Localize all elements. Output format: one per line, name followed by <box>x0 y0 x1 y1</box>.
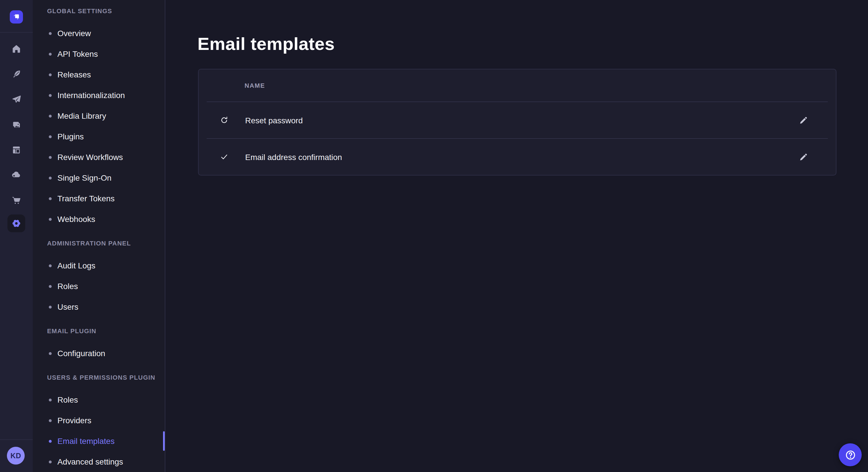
subnav-item-label: API Tokens <box>57 49 98 59</box>
subnav-section: ADMINISTRATION PANELAudit LogsRolesUsers <box>33 237 165 317</box>
subnav-item-label: Plugins <box>57 132 84 141</box>
page-title: Email templates <box>197 34 335 55</box>
app-window: KD GLOBAL SETTINGSOverviewAPI TokensRele… <box>0 0 868 472</box>
subnav-item-single-sign-on[interactable]: Single Sign-On <box>33 167 165 188</box>
subnav-item-label: Releases <box>57 70 91 79</box>
cloud-nav-button[interactable] <box>7 165 25 183</box>
bullet-icon <box>49 114 52 117</box>
subnav-item-label: Roles <box>57 281 78 291</box>
strapi-logo-icon <box>11 12 21 22</box>
table-row[interactable]: Email address confirmation <box>198 139 836 175</box>
bullet-icon <box>49 94 52 97</box>
subnav-item-label: Review Workflows <box>57 153 123 162</box>
edit-template-button[interactable] <box>795 149 811 165</box>
subnav-item-roles[interactable]: Roles <box>33 390 165 410</box>
bullet-icon <box>49 197 52 200</box>
bullet-icon <box>49 156 52 159</box>
subnav-section-header: GLOBAL SETTINGS <box>33 5 165 17</box>
rail-divider <box>0 439 33 440</box>
rail-divider <box>0 32 33 33</box>
bullet-icon <box>49 352 52 355</box>
subnav-item-label: Internationalization <box>57 91 125 100</box>
subnav-section: USERS & PERMISSIONS PLUGINRolesProviders… <box>33 371 165 472</box>
strapi-logo-button[interactable] <box>10 10 23 24</box>
settings-subnav: GLOBAL SETTINGSOverviewAPI TokensRelease… <box>33 0 165 472</box>
bullet-icon <box>49 460 52 463</box>
pencil-icon <box>798 115 807 125</box>
gear-icon <box>11 217 22 229</box>
subnav-item-configuration[interactable]: Configuration <box>33 343 165 364</box>
subnav-item-email-templates[interactable]: Email templates <box>33 431 165 451</box>
subnav-item-transfer-tokens[interactable]: Transfer Tokens <box>33 188 165 209</box>
bullet-icon <box>49 135 52 138</box>
subnav-item-advanced-settings[interactable]: Advanced settings <box>33 451 165 472</box>
subnav-item-label: Email templates <box>57 436 115 446</box>
paper-plane-nav-button[interactable] <box>7 90 25 108</box>
bullet-icon <box>49 398 52 401</box>
table-header-name: NAME <box>198 69 836 102</box>
bullet-icon <box>49 32 52 35</box>
main-nav-rail: KD <box>0 0 33 472</box>
layout-nav-button[interactable] <box>7 141 25 159</box>
paper-plane-icon <box>11 94 21 104</box>
pencil-icon <box>798 152 807 162</box>
subnav-item-label: Advanced settings <box>57 457 123 466</box>
check-icon <box>220 153 228 161</box>
subnav-item-webhooks[interactable]: Webhooks <box>33 209 165 229</box>
subnav-item-internationalization[interactable]: Internationalization <box>33 85 165 105</box>
subnav-item-review-workflows[interactable]: Review Workflows <box>33 147 165 167</box>
subnav-item-label: Users <box>57 302 79 311</box>
subnav-item-audit-logs[interactable]: Audit Logs <box>33 255 165 276</box>
bullet-icon <box>49 305 52 308</box>
subnav-item-label: Media Library <box>57 111 106 121</box>
pictures-icon <box>11 120 21 129</box>
edit-template-button[interactable] <box>795 112 811 128</box>
subnav-item-providers[interactable]: Providers <box>33 410 165 431</box>
email-templates-table: NAME Reset passwordEmail address confirm… <box>198 69 836 175</box>
subnav-item-label: Single Sign-On <box>57 173 112 182</box>
cloud-icon <box>11 169 21 179</box>
help-button[interactable] <box>839 443 862 466</box>
bullet-icon <box>49 264 52 267</box>
subnav-item-plugins[interactable]: Plugins <box>33 126 165 147</box>
refresh-icon <box>220 116 228 125</box>
table-row[interactable]: Reset password <box>198 102 836 138</box>
subnav-item-media-library[interactable]: Media Library <box>33 105 165 126</box>
bullet-icon <box>49 176 52 179</box>
bullet-icon <box>49 53 52 55</box>
bullet-icon <box>49 73 52 76</box>
template-name: Email address confirmation <box>245 152 342 162</box>
bullet-icon <box>49 419 52 422</box>
subnav-item-users[interactable]: Users <box>33 297 165 317</box>
home-icon <box>11 44 21 54</box>
subnav-item-roles[interactable]: Roles <box>33 276 165 297</box>
pictures-nav-button[interactable] <box>7 115 25 133</box>
subnav-section: GLOBAL SETTINGSOverviewAPI TokensRelease… <box>33 5 165 229</box>
subnav-section-header: EMAIL PLUGIN <box>33 325 165 337</box>
cart-icon <box>11 195 21 205</box>
subnav-item-overview[interactable]: Overview <box>33 23 165 43</box>
gear-nav-button[interactable] <box>7 214 25 232</box>
home-nav-button[interactable] <box>7 40 25 58</box>
feather-icon <box>11 69 21 79</box>
feather-nav-button[interactable] <box>7 65 25 83</box>
subnav-item-label: Webhooks <box>57 214 95 224</box>
subnav-section-header: USERS & PERMISSIONS PLUGIN <box>33 371 165 384</box>
template-name: Reset password <box>245 115 303 125</box>
subnav-item-label: Providers <box>57 416 91 425</box>
subnav-item-label: Configuration <box>57 349 105 358</box>
bullet-icon <box>49 440 52 442</box>
subnav-item-label: Audit Logs <box>57 261 95 270</box>
avatar[interactable]: KD <box>7 447 25 465</box>
bullet-icon <box>49 285 52 288</box>
layout-icon <box>11 145 21 155</box>
subnav-item-label: Roles <box>57 395 78 404</box>
subnav-item-label: Transfer Tokens <box>57 194 115 203</box>
subnav-section: EMAIL PLUGINConfiguration <box>33 325 165 364</box>
question-icon <box>844 449 856 461</box>
cart-nav-button[interactable] <box>7 191 25 209</box>
bullet-icon <box>49 217 52 221</box>
subnav-item-api-tokens[interactable]: API Tokens <box>33 43 165 64</box>
subnav-item-label: Overview <box>57 29 91 38</box>
subnav-item-releases[interactable]: Releases <box>33 64 165 85</box>
